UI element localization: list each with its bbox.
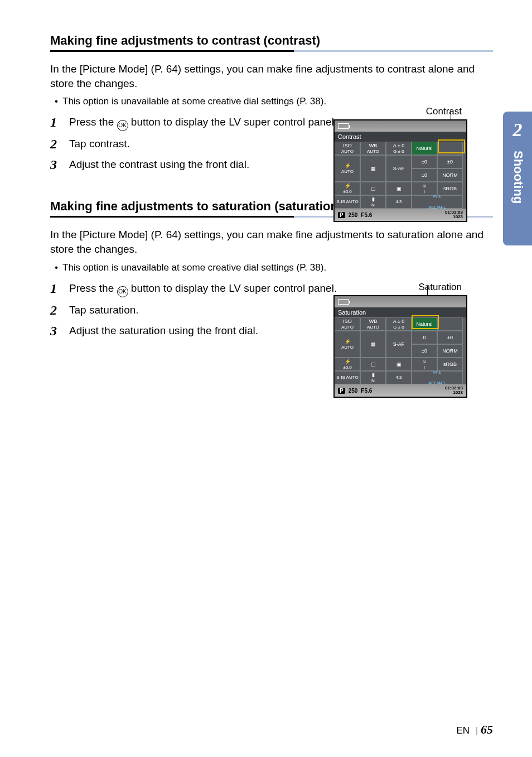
aperture-value: F5.6 bbox=[361, 212, 372, 218]
cell-ev: ⚡±0.0 bbox=[335, 358, 360, 371]
bullet-icon: • bbox=[55, 96, 62, 107]
cell-fn: Fn1AEL/AFL bbox=[412, 371, 463, 384]
panel-grid: ISOAUTO WBAUTO A ± 0G ± 0 Natural ⚡AUTO … bbox=[335, 317, 466, 384]
step-number: 2 bbox=[50, 137, 69, 152]
ok-button-icon: OK bbox=[117, 286, 128, 297]
cell-fn: Fn1AEL/AFL bbox=[412, 195, 463, 209]
lv-panel: Saturation ISOAUTO WBAUTO A ± 0G ± 0 Nat… bbox=[333, 295, 467, 398]
cell-contrast: ±0 bbox=[437, 155, 463, 168]
note-text: This option is unavailable at some creat… bbox=[62, 262, 326, 273]
cell-srgb: sRGB bbox=[437, 182, 463, 195]
cell-hl: ±0 bbox=[412, 168, 437, 182]
aperture-value: F5.6 bbox=[361, 388, 372, 394]
cell-wb: WBAUTO bbox=[360, 317, 386, 331]
page-footer: EN | 65 bbox=[456, 722, 493, 737]
cell-ratio: 4:3 bbox=[386, 371, 412, 384]
mode-indicator: P bbox=[338, 388, 345, 394]
cell-iso: ISOAUTO bbox=[335, 142, 360, 155]
step-number: 1 bbox=[50, 281, 69, 296]
intro-text: In the [Picture Mode] (P. 64) settings, … bbox=[50, 62, 493, 90]
cell-empty bbox=[437, 317, 463, 331]
cell-ag: A ± 0G ± 0 bbox=[386, 142, 412, 155]
step-text: Tap contrast. bbox=[69, 137, 130, 151]
shot-count: 1023 bbox=[453, 214, 463, 219]
cell-drive: ▢ bbox=[360, 182, 386, 195]
cell-saf: S-AF bbox=[386, 331, 412, 358]
cell-sis: S-IS AUTO bbox=[335, 195, 360, 209]
mode-indicator: P bbox=[338, 212, 345, 218]
cell-ev: ⚡±0.0 bbox=[335, 182, 360, 195]
note-text: This option is unavailable at some creat… bbox=[62, 96, 326, 107]
cell-contrast: ±0 bbox=[437, 331, 463, 344]
lang-label: EN bbox=[456, 725, 470, 736]
cell-iso: ISOAUTO bbox=[335, 317, 360, 331]
cell-natural: Natural bbox=[412, 317, 437, 331]
cell-sharp: ±0 bbox=[412, 155, 437, 168]
panel-grid: ISOAUTO WBAUTO A ± 0G ± 0 Natural ⚡AUTO … bbox=[335, 142, 466, 209]
cell-meter: ▣ bbox=[386, 358, 412, 371]
step-number: 3 bbox=[50, 324, 69, 339]
panel-topbar bbox=[335, 296, 466, 307]
lv-panel: Contrast ISOAUTO WBAUTO A ± 0G ± 0 Natur… bbox=[333, 119, 467, 222]
cell-hl: ±0 bbox=[412, 344, 437, 358]
panel-bottom: P 250 F5.6 01:02:031023 bbox=[335, 209, 466, 221]
page-number: 65 bbox=[481, 722, 493, 736]
ok-button-icon: OK bbox=[117, 120, 128, 131]
cell-face: ☺i bbox=[412, 358, 437, 371]
panel-topbar bbox=[335, 120, 466, 132]
chapter-label: Shooting bbox=[511, 151, 525, 204]
cell-drive: ▢ bbox=[360, 358, 386, 371]
panel-banner: Contrast bbox=[335, 132, 466, 142]
page: 2 Shooting Making fine adjustments to co… bbox=[0, 0, 532, 757]
cell-natural: Natural bbox=[412, 142, 437, 155]
battery-icon bbox=[338, 299, 349, 305]
callout-line bbox=[427, 286, 428, 295]
cell-wb: WBAUTO bbox=[360, 142, 386, 155]
step-number: 2 bbox=[50, 303, 69, 318]
bullet-icon: • bbox=[55, 262, 62, 273]
shot-count: 1023 bbox=[453, 390, 463, 395]
callout-line bbox=[451, 110, 451, 119]
figure-label: Contrast bbox=[333, 106, 467, 117]
step-text: Adjust the contrast using the front dial… bbox=[69, 157, 249, 172]
cell-flash: ⚡AUTO bbox=[335, 155, 360, 182]
cell-ratio: 4:3 bbox=[386, 195, 412, 209]
panel-banner: Saturation bbox=[335, 307, 466, 317]
step-text: Press the OK button to display the LV su… bbox=[69, 281, 337, 297]
figure-saturation: Saturation Saturation ISOAUTO WBAUTO A ±… bbox=[333, 282, 467, 398]
cell-quality: ▮N bbox=[360, 195, 386, 209]
cell-empty bbox=[437, 142, 463, 155]
figure-contrast: Contrast Contrast ISOAUTO WBAUTO A ± 0G … bbox=[333, 106, 467, 222]
cell-sis: S-IS AUTO bbox=[335, 371, 360, 384]
cell-afarea: ▦ bbox=[360, 331, 386, 358]
cell-saf: S-AF bbox=[386, 155, 412, 182]
cell-norm: NORM bbox=[437, 168, 463, 182]
cell-ag: A ± 0G ± 0 bbox=[386, 317, 412, 331]
cell-quality: ▮N bbox=[360, 371, 386, 384]
shutter-value: 250 bbox=[349, 388, 358, 394]
cell-norm: NORM bbox=[437, 344, 463, 358]
note-bullet: • This option is unavailable at some cre… bbox=[55, 262, 493, 273]
title-underline bbox=[50, 50, 493, 52]
figure-label: Saturation bbox=[333, 282, 467, 293]
cell-afarea: ▦ bbox=[360, 155, 386, 182]
shutter-value: 250 bbox=[349, 212, 358, 218]
step-number: 1 bbox=[50, 115, 69, 130]
battery-icon bbox=[338, 123, 349, 129]
cell-meter: ▣ bbox=[386, 182, 412, 195]
step-number: 3 bbox=[50, 157, 69, 172]
step-text: Adjust the saturation using the front di… bbox=[69, 324, 258, 338]
panel-bottom: P 250 F5.6 01:02:031023 bbox=[335, 384, 466, 397]
step-text: Tap saturation. bbox=[69, 303, 139, 317]
chapter-tab: 2 Shooting bbox=[503, 112, 532, 245]
step-text: Press the OK button to display the LV su… bbox=[69, 115, 337, 131]
cell-sharp: 0 bbox=[412, 331, 437, 344]
cell-flash: ⚡AUTO bbox=[335, 331, 360, 358]
intro-text: In the [Picture Mode] (P. 64) settings, … bbox=[50, 228, 493, 256]
section-title: Making fine adjustments to contrast (con… bbox=[50, 33, 493, 48]
chapter-number: 2 bbox=[503, 119, 532, 141]
cell-face: ☺i bbox=[412, 182, 437, 195]
cell-srgb: sRGB bbox=[437, 358, 463, 371]
